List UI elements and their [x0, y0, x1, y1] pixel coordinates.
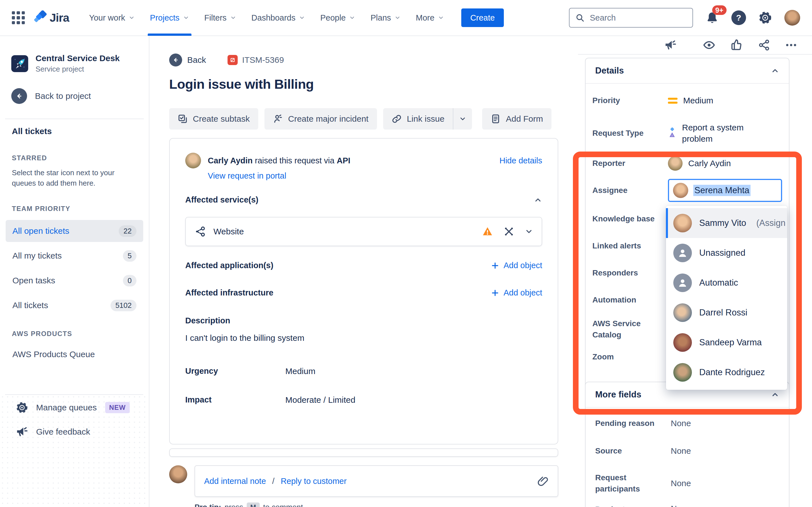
assignee-option-darrel-rossi[interactable]: Darrel Rossi: [666, 298, 787, 328]
back-to-project-link[interactable]: Back to project: [11, 88, 149, 104]
priority-value[interactable]: Medium: [668, 96, 713, 105]
nav-item-more[interactable]: More: [416, 0, 444, 36]
link-icon: [392, 114, 402, 124]
field-row-reporter: Reporter Carly Aydin: [586, 151, 789, 175]
request-details-card: Carly Aydin raised this request via API …: [169, 138, 558, 445]
warning-icon: [482, 226, 493, 237]
back-arrow-icon: [169, 54, 182, 66]
help-icon[interactable]: ?: [731, 10, 746, 25]
chevron-up-icon[interactable]: [534, 196, 542, 204]
sidebar-divider: [5, 394, 143, 395]
impact-label: Impact: [185, 395, 285, 405]
feedback-megaphone-icon[interactable]: [664, 39, 677, 51]
issue-key-link[interactable]: ITSM-5369: [227, 55, 284, 65]
hide-details-link[interactable]: Hide details: [499, 156, 542, 165]
create-major-incident-button[interactable]: Create major incident: [264, 108, 377, 129]
user-avatar[interactable]: [784, 10, 800, 25]
field-row-request-type: Request Type Report a system problem: [586, 115, 789, 151]
settings-gear-icon[interactable]: [758, 11, 772, 24]
add-object-applications-button[interactable]: Add object: [491, 261, 542, 270]
sidebar-item-open-tasks[interactable]: Open tasks 0: [6, 270, 143, 291]
view-request-portal-link[interactable]: View request in portal: [208, 171, 286, 180]
project-avatar-rocket-icon: [11, 55, 28, 72]
assignee-input[interactable]: Serena Mehta: [668, 179, 782, 202]
attachment-icon[interactable]: [538, 475, 549, 487]
affected-service-website-row[interactable]: Website: [185, 217, 542, 246]
share-icon[interactable]: [758, 39, 770, 51]
project-name: Central Service Desk: [36, 54, 120, 63]
reporter-value[interactable]: Carly Aydin: [668, 156, 731, 171]
more-fields-panel: More fields Pending reason None Source N…: [585, 382, 790, 507]
add-internal-note-tab[interactable]: Add internal note: [204, 476, 266, 486]
watch-eye-icon[interactable]: [703, 39, 716, 52]
description-label: Description: [185, 316, 542, 325]
add-form-button[interactable]: Add Form: [482, 108, 552, 129]
assignee-option-sammy-vito[interactable]: Sammy Vito(Assign to: [666, 208, 787, 238]
assignee-option-dante-rodriguez[interactable]: Dante Rodriguez: [666, 357, 787, 387]
starred-section-label: STARRED: [12, 154, 149, 162]
issue-toolbar: [578, 36, 812, 54]
chevron-up-icon: [771, 66, 779, 75]
link-issue-more-button[interactable]: [453, 108, 472, 129]
sidebar-item-all-tickets[interactable]: All tickets 5102: [6, 294, 143, 316]
megaphone-icon: [16, 426, 28, 438]
urgency-value[interactable]: Medium: [285, 367, 315, 376]
project-header[interactable]: Central Service Desk Service project: [11, 54, 149, 73]
collapsed-activity-bar[interactable]: [169, 448, 558, 457]
dependency-icon[interactable]: [503, 226, 515, 237]
more-ellipsis-icon[interactable]: [785, 39, 797, 51]
chevron-down-icon: [299, 15, 305, 21]
link-issue-button[interactable]: Link issue: [383, 108, 453, 129]
incident-type-icon: [227, 55, 238, 65]
field-row-pending-reason[interactable]: Pending reason None: [586, 410, 789, 437]
current-user-avatar: [169, 465, 187, 483]
search-box[interactable]: [569, 8, 693, 27]
nav-item-plans[interactable]: Plans: [370, 0, 401, 36]
option-avatar: [673, 214, 692, 232]
chevron-down-icon: [183, 15, 189, 21]
chevron-up-icon: [771, 390, 779, 399]
create-subtask-button[interactable]: Create subtask: [169, 108, 258, 129]
request-type-value[interactable]: Report a system problem: [668, 122, 747, 145]
chevron-down-icon[interactable]: [525, 227, 533, 236]
assignee-option-sandeep-varma[interactable]: Sandeep Varma: [666, 328, 787, 357]
manage-queues-button[interactable]: Manage queues NEW: [0, 397, 148, 418]
notifications-button[interactable]: 9+: [705, 11, 719, 24]
app-switcher-icon[interactable]: [12, 11, 25, 24]
sidebar-divider: [5, 119, 144, 119]
impact-value[interactable]: Moderate / Limited: [285, 395, 355, 405]
field-row-request-participants[interactable]: Request participants None: [586, 465, 789, 502]
chevron-down-icon: [230, 15, 236, 21]
description-text[interactable]: I can't login to the billing system: [185, 333, 542, 343]
sidebar-item-all-open-tickets[interactable]: All open tickets 22: [6, 220, 143, 242]
back-button[interactable]: Back: [169, 54, 206, 66]
affected-infrastructure-label: Affected infrastructure: [185, 288, 273, 297]
nav-item-filters[interactable]: Filters: [204, 0, 236, 36]
give-feedback-button[interactable]: Give feedback: [0, 421, 148, 442]
add-object-infrastructure-button[interactable]: Add object: [491, 288, 542, 297]
field-row-priority: Priority Medium: [586, 86, 789, 115]
nav-item-dashboards[interactable]: Dashboards: [252, 0, 305, 36]
chevron-down-icon: [129, 15, 135, 21]
sidebar-item-aws-products-queue[interactable]: AWS Products Queue: [6, 343, 143, 365]
request-raised-text: Carly Aydin raised this request via API: [208, 156, 350, 165]
create-button[interactable]: Create: [461, 8, 504, 27]
field-row-product[interactable]: Product None: [586, 502, 789, 507]
notification-count-badge: 9+: [712, 5, 726, 15]
queue-list: All open tickets 22 All my tickets 5 Ope…: [6, 220, 143, 316]
reporter-avatar: [185, 153, 201, 168]
comment-box[interactable]: Add internal note / Reply to customer: [195, 465, 558, 497]
sidebar-item-all-my-tickets[interactable]: All my tickets 5: [6, 245, 143, 267]
nav-item-your-work[interactable]: Your work: [89, 0, 135, 36]
search-input[interactable]: [590, 13, 680, 22]
assignee-option-unassigned[interactable]: Unassigned: [666, 238, 787, 268]
field-row-source[interactable]: Source None: [586, 437, 789, 465]
assignee-option-automatic[interactable]: Automatic: [666, 268, 787, 298]
breadcrumb: Back ITSM-5369: [169, 52, 558, 68]
nav-item-projects[interactable]: Projects: [150, 0, 189, 36]
thumbs-up-icon[interactable]: [730, 39, 743, 52]
details-header[interactable]: Details: [586, 58, 789, 83]
jira-logo[interactable]: Jira: [33, 10, 69, 25]
nav-item-people[interactable]: People: [320, 0, 355, 36]
reply-to-customer-tab[interactable]: Reply to customer: [281, 476, 347, 486]
